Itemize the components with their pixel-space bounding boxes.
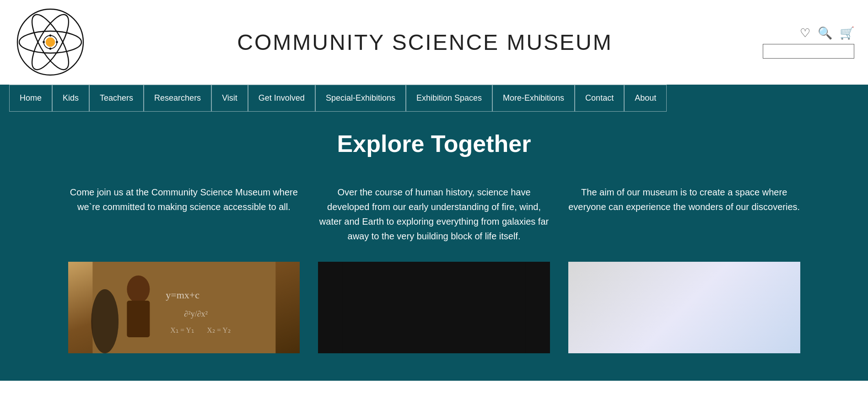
svg-point-7 <box>49 48 52 50</box>
site-header: COMMUNITY SCIENCE MUSEUM ♡ 🔍 🛒 <box>0 0 868 85</box>
header-icons: ♡ 🔍 🛒 <box>800 26 854 40</box>
nav-item-exhibition-spaces[interactable]: Exhibition Spaces <box>406 85 492 112</box>
nav-item-teachers[interactable]: Teachers <box>89 85 144 112</box>
nav-link-get-involved[interactable]: Get Involved <box>248 85 315 112</box>
svg-point-9 <box>56 41 58 43</box>
svg-rect-26 <box>750 333 764 351</box>
svg-point-8 <box>43 41 45 43</box>
svg-rect-12 <box>127 301 150 337</box>
header-actions: ♡ 🔍 🛒 <box>763 26 854 59</box>
search-icon[interactable]: 🔍 <box>818 26 832 40</box>
svg-text:∂²y/∂x²: ∂²y/∂x² <box>184 309 208 318</box>
svg-point-27 <box>670 294 698 321</box>
search-input[interactable] <box>763 44 854 59</box>
card-image-2 <box>318 262 550 353</box>
svg-rect-10 <box>92 262 275 353</box>
nav-link-kids[interactable]: Kids <box>52 85 89 112</box>
nav-link-about[interactable]: About <box>624 85 667 112</box>
hero-section: Explore Together Come join us at the Com… <box>0 112 868 381</box>
wishlist-icon[interactable]: ♡ <box>800 26 810 40</box>
card-1: y=mx+c ∂²y/∂x² X₁ = Y₁ X₂ = Y₂ <box>68 262 300 353</box>
card-2 <box>318 262 550 353</box>
nav-list: Home Kids Teachers Researchers Visit Get… <box>9 85 859 112</box>
card-image-1: y=mx+c ∂²y/∂x² X₁ = Y₁ X₂ = Y₂ <box>68 262 300 353</box>
nav-item-special-exhibitions[interactable]: Special-Exhibitions <box>315 85 406 112</box>
hero-col-3: The aim of our museum is to create a spa… <box>568 185 800 243</box>
hero-columns: Come join us at the Community Science Mu… <box>68 185 800 243</box>
card-3 <box>568 262 800 353</box>
svg-rect-19 <box>593 262 776 353</box>
svg-point-11 <box>127 275 150 303</box>
nav-link-researchers[interactable]: Researchers <box>144 85 211 112</box>
hero-title: Explore Together <box>9 130 859 157</box>
nav-link-exhibition-spaces[interactable]: Exhibition Spaces <box>406 85 492 112</box>
nav-link-special-exhibitions[interactable]: Special-Exhibitions <box>315 85 406 112</box>
nav-item-kids[interactable]: Kids <box>52 85 89 112</box>
nav-item-home[interactable]: Home <box>9 85 52 112</box>
site-title: COMMUNITY SCIENCE MUSEUM <box>87 30 763 55</box>
svg-text:y=mx+c: y=mx+c <box>166 289 199 301</box>
logo-container <box>14 5 87 79</box>
svg-rect-24 <box>730 278 762 337</box>
nav-item-get-involved[interactable]: Get Involved <box>248 85 315 112</box>
nav-link-home[interactable]: Home <box>9 85 52 112</box>
atom-logo-icon <box>14 5 87 79</box>
nav-item-visit[interactable]: Visit <box>211 85 248 112</box>
main-nav: Home Kids Teachers Researchers Visit Get… <box>0 85 868 112</box>
svg-rect-20 <box>593 262 776 353</box>
nav-link-teachers[interactable]: Teachers <box>89 85 144 112</box>
svg-rect-22 <box>615 280 652 335</box>
cart-icon[interactable]: 🛒 <box>840 26 854 40</box>
hero-col-2: Over the course of human history, scienc… <box>318 185 550 243</box>
svg-point-6 <box>49 34 52 37</box>
svg-text:X₂ = Y₂: X₂ = Y₂ <box>207 326 231 334</box>
svg-rect-23 <box>670 285 716 330</box>
cards-row: y=mx+c ∂²y/∂x² X₁ = Y₁ X₂ = Y₂ <box>68 262 800 353</box>
svg-rect-21 <box>602 266 766 271</box>
svg-point-25 <box>746 314 769 337</box>
svg-point-5 <box>46 38 55 47</box>
nav-item-more-exhibitions[interactable]: More-Exhibitions <box>492 85 575 112</box>
nav-item-researchers[interactable]: Researchers <box>144 85 211 112</box>
nav-item-contact[interactable]: Contact <box>575 85 624 112</box>
hero-col-1: Come join us at the Community Science Mu… <box>68 185 300 243</box>
svg-rect-18 <box>343 262 526 353</box>
nav-link-contact[interactable]: Contact <box>575 85 624 112</box>
svg-text:X₁ = Y₁: X₁ = Y₁ <box>170 326 194 334</box>
nav-link-visit[interactable]: Visit <box>211 85 248 112</box>
nav-link-more-exhibitions[interactable]: More-Exhibitions <box>492 85 575 112</box>
card-image-3 <box>568 262 800 353</box>
nav-item-about[interactable]: About <box>624 85 667 112</box>
